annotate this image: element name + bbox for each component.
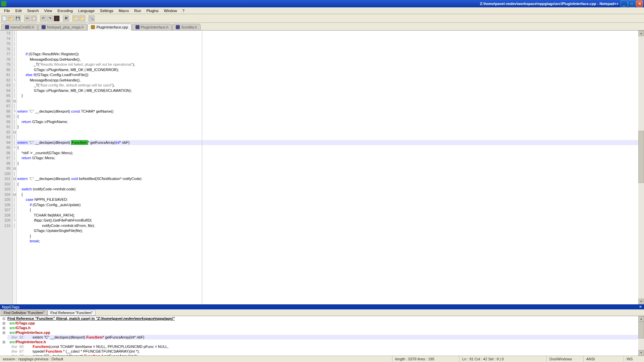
tab-Notepad_plus_msgs-h[interactable]: Notepad_plus_msgs.h	[38, 24, 87, 30]
menu-search[interactable]: Search	[24, 8, 42, 13]
results-tab-0[interactable]: Find Definition "FuncItem"	[1, 310, 47, 316]
editor[interactable]: 7374757677787980818283848586878889909192…	[0, 31, 644, 304]
zoom-button[interactable]: 🔍	[89, 15, 95, 21]
undo-button[interactable]: ↶	[40, 15, 46, 21]
menu-edit[interactable]: Edit	[13, 8, 24, 13]
code-line-78[interactable]: else if(!GTags::Config.LoadFromFile())	[17, 72, 638, 78]
code-line-107[interactable]: notifyCode->nmhdr.idFrom, file);	[17, 223, 638, 229]
editor-scrollbar[interactable]: ▲ ▼	[638, 31, 644, 304]
save-button[interactable]: 💾	[15, 15, 21, 21]
scroll-up-button[interactable]: ▲	[638, 31, 644, 36]
result-file[interactable]: src/GTags.h	[7, 325, 638, 330]
file-icon	[42, 25, 46, 29]
minimize-button[interactable]: _	[621, 0, 628, 7]
code-line-94[interactable]: return GTags::Menu;	[17, 156, 638, 161]
result-file[interactable]: src/GTags.cpp	[7, 321, 638, 325]
code-line-84[interactable]	[17, 104, 638, 109]
code-line-82[interactable]: }	[17, 93, 638, 99]
result-file[interactable]: src/PluginInterface.cpp	[7, 330, 638, 335]
results-tree-gutter[interactable]: ⊟⊞⊞⊞ ⊞	[0, 316, 7, 356]
code-line-86[interactable]: {	[17, 114, 638, 119]
scroll-track[interactable]	[638, 36, 644, 299]
code-line-75[interactable]: MessageBox(npp.GetHandle(),	[17, 57, 638, 62]
code-area[interactable]: if (GTags::ResultWin::Register()) Messag…	[17, 31, 638, 304]
tab-Scintilla-h[interactable]: Scintilla.h	[172, 24, 201, 30]
code-line-91[interactable]: extern "C" __declspec(dllexport) FuncIte…	[17, 140, 638, 145]
window-controls: _ □ ✕	[621, 0, 643, 7]
menu-view[interactable]: View	[42, 8, 55, 13]
code-line-85[interactable]: extern "C" __declspec(dllexport) const T…	[17, 109, 638, 114]
code-line-110[interactable]: break;	[17, 239, 638, 244]
app-icon	[1, 1, 6, 6]
menu-macro[interactable]: Macro	[116, 8, 132, 13]
menu-settings[interactable]: Settings	[97, 8, 116, 13]
macro-record-button[interactable]: ●	[54, 15, 60, 21]
code-line-74[interactable]: if (GTags::ResultWin::Register())	[17, 52, 638, 57]
code-line-102[interactable]: case NPPN_FILESAVED:	[17, 197, 638, 202]
code-line-106[interactable]: INpp::Get().GetFilePathFromBufID(	[17, 218, 638, 223]
cut-button[interactable]: ✂	[24, 15, 30, 21]
code-line-79[interactable]: MessageBox(npp.GetHandle(),	[17, 78, 638, 83]
menu-plugins[interactable]: Plugins	[144, 8, 161, 13]
code-line-93[interactable]: *nbF = _countof(GTags::Menu);	[17, 150, 638, 156]
code-line-101[interactable]: {	[17, 192, 638, 197]
result-line[interactable]: line 91: extern "C" __declspec(dllexport…	[7, 335, 638, 340]
code-line-81[interactable]: GTags::cPluginName, MB_OK | MB_ICONEXCLA…	[17, 88, 638, 94]
code-line-88[interactable]: }	[17, 124, 638, 130]
code-line-89[interactable]	[17, 130, 638, 135]
new-file-button[interactable]: 📄	[1, 15, 7, 21]
code-line-103[interactable]: if (GTags::Config._autoUpdate)	[17, 202, 638, 208]
menu-language[interactable]: Language	[75, 8, 97, 13]
result-line[interactable]: line 50: FuncItem(const TCHAR* itemName …	[7, 344, 638, 349]
menu-file[interactable]: File	[1, 8, 13, 13]
folder2-button[interactable]: 📁	[79, 15, 85, 21]
scroll-down-button[interactable]: ▼	[638, 299, 644, 304]
copy-button[interactable]: 📋	[31, 15, 37, 21]
code-line-97[interactable]	[17, 171, 638, 177]
menu-encoding[interactable]: Encoding	[55, 8, 75, 13]
code-line-96[interactable]	[17, 166, 638, 171]
bottom-panel-title-bar[interactable]: NppGTags ✕	[0, 304, 644, 309]
tab-PluginInterface-h[interactable]: PluginInterface.h	[132, 24, 172, 30]
results-scroll-up[interactable]: ▲	[638, 316, 644, 322]
code-line-95[interactable]: }	[17, 161, 638, 166]
menu-run[interactable]: Run	[131, 8, 144, 13]
menu-help[interactable]: ?	[180, 8, 187, 13]
toolbar: 📄 📂 💾 ✂ 📋 ↶ ↷ ● H 📁 📁 🔍	[0, 14, 644, 23]
fold-gutter[interactable]: │││││││││└│││⊟│└│││⊟││└│││⊟│⊟││⊟││││└│	[13, 31, 17, 304]
code-line-77[interactable]: GTags::cPluginName, MB_OK | MB_ICONERROR…	[17, 67, 638, 73]
open-file-button[interactable]: 📂	[8, 15, 14, 21]
code-line-99[interactable]: {	[17, 182, 638, 187]
close-button[interactable]: ✕	[636, 0, 643, 7]
highlight-button[interactable]: H	[63, 15, 69, 21]
result-line[interactable]: line 67: typedef FuncItem * (__cdecl * P…	[7, 349, 638, 354]
code-line-83[interactable]	[17, 99, 638, 104]
code-line-104[interactable]: {	[17, 207, 638, 213]
folder-button[interactable]: 📁	[72, 15, 78, 21]
code-line-90[interactable]	[17, 135, 638, 140]
code-line-108[interactable]: GTags::UpdateSingleFile(file);	[17, 228, 638, 234]
scroll-thumb[interactable]	[638, 131, 644, 183]
tab-menuCmdID-h[interactable]: menuCmdID.h	[1, 24, 38, 30]
title-bar: Z:\home\pavel-nedev\workspace\nppgtags\s…	[0, 0, 644, 7]
redo-button[interactable]: ↷	[47, 15, 53, 21]
tab-PluginInterface-cpp[interactable]: PluginInterface.cpp	[87, 23, 131, 31]
code-line-80[interactable]: _T("Bad config file, default settings wi…	[17, 83, 638, 88]
results-content[interactable]: Find Reference "FuncItem" (literal, matc…	[7, 316, 638, 356]
result-file[interactable]: src/PluginInterface.h	[7, 340, 638, 344]
code-line-73[interactable]	[17, 47, 638, 52]
menu-window[interactable]: Window	[161, 8, 180, 13]
maximize-button[interactable]: □	[628, 0, 635, 7]
results-scroll-down[interactable]: ▼	[638, 350, 644, 356]
results-scrollbar[interactable]: ▲ ▼	[638, 316, 644, 356]
code-line-87[interactable]: return GTags::cPluginName;	[17, 119, 638, 125]
code-line-105[interactable]: TCHAR file[MAX_PATH];	[17, 213, 638, 218]
code-line-92[interactable]: {	[17, 145, 638, 150]
code-line-100[interactable]: switch (notifyCode->nmhdr.code)	[17, 187, 638, 192]
code-line-98[interactable]: extern "C" __declspec(dllexport) void be…	[17, 176, 638, 182]
code-line-109[interactable]: }	[17, 234, 638, 239]
results-tab-1[interactable]: Find Reference "FuncItem"	[47, 310, 96, 316]
code-line-76[interactable]: _T("Results Window init failed, plugin w…	[17, 62, 638, 67]
search-results[interactable]: ⊟⊞⊞⊞ ⊞ Find Reference "FuncItem" (litera…	[0, 316, 644, 356]
bottom-panel-close-icon[interactable]: ✕	[639, 305, 642, 309]
